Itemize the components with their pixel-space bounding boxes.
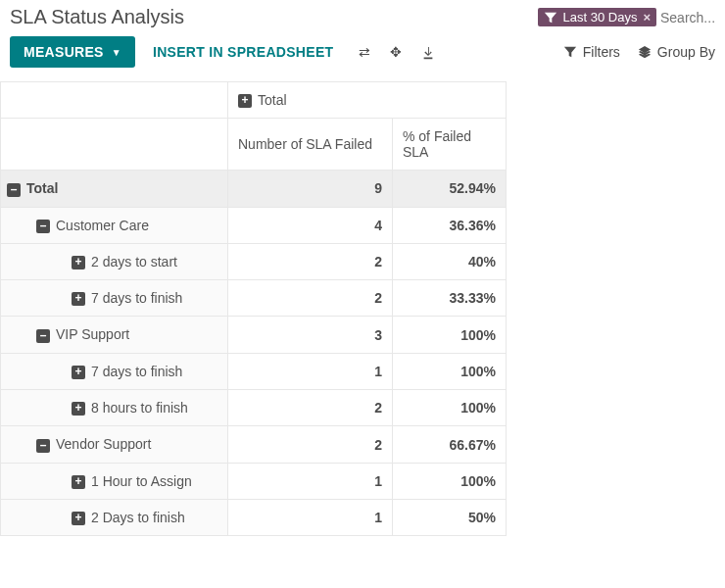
plus-icon[interactable]: + [72, 512, 85, 525]
minus-icon[interactable]: – [36, 329, 50, 343]
pivot-corner-cell [1, 82, 228, 119]
funnel-icon [544, 11, 557, 24]
plus-icon[interactable]: + [72, 475, 85, 489]
pivot-cell: 40% [393, 243, 507, 279]
pivot-row-header[interactable]: +7 days to finish [1, 280, 228, 317]
pivot-cell: 2 [228, 243, 393, 279]
filters-label: Filters [583, 44, 620, 60]
pivot-row-header[interactable]: +8 hours to finish [1, 390, 228, 426]
table-row: +8 hours to finish2100% [1, 390, 507, 426]
table-row: –Customer Care436.36% [1, 207, 507, 243]
search-area: Last 30 Days × [538, 8, 715, 26]
pivot-total-a: 9 [228, 171, 393, 207]
pivot-col-total-header[interactable]: +Total [228, 82, 507, 119]
pivot-row-header[interactable]: +2 days to start [1, 243, 228, 279]
pivot-cell: 4 [228, 207, 393, 243]
page-title: SLA Status Analysis [10, 6, 184, 28]
table-row: +2 Days to finish150% [1, 499, 507, 535]
pivot-row-header[interactable]: –Vendor Support [1, 426, 228, 463]
minus-icon[interactable]: – [36, 439, 50, 453]
pivot-row-header[interactable]: –VIP Support [1, 317, 228, 353]
pivot-cell: 3 [228, 317, 393, 353]
insert-spreadsheet-link[interactable]: INSERT IN SPREADSHEET [153, 44, 333, 60]
pivot-row-header[interactable]: +1 Hour to Assign [1, 463, 228, 499]
table-row: –Vendor Support266.67% [1, 426, 507, 463]
plus-icon[interactable]: + [72, 256, 85, 270]
table-row: –VIP Support3100% [1, 317, 507, 353]
pivot-cell: 2 [228, 426, 393, 463]
table-row: +1 Hour to Assign1100% [1, 463, 507, 499]
caret-down-icon: ▼ [112, 47, 121, 58]
pivot-total-b: 52.94% [393, 171, 507, 207]
pivot-row-label: 1 Hour to Assign [91, 473, 192, 489]
pivot-col-total-label: Total [258, 92, 287, 108]
pivot-row-label: Vendor Support [56, 436, 151, 452]
filter-chip-label: Last 30 Days [563, 10, 638, 24]
flip-axis-icon[interactable]: ⇄ [359, 44, 370, 60]
pivot-row-label: 7 days to finish [91, 364, 182, 379]
pivot-cell: 100% [393, 463, 507, 499]
pivot-cell: 100% [393, 353, 507, 389]
plus-icon[interactable]: + [72, 366, 85, 379]
pivot-cell: 66.67% [393, 426, 507, 463]
pivot-cell: 100% [393, 390, 507, 426]
pivot-col-header-b[interactable]: % of Failed SLA [393, 119, 507, 171]
minus-icon[interactable]: – [7, 183, 21, 197]
pivot-total-row: –Total 9 52.94% [1, 171, 507, 207]
pivot-row-label: VIP Support [56, 326, 129, 342]
pivot-blank-header [1, 119, 228, 171]
expand-icon[interactable]: ✥ [390, 44, 402, 60]
pivot-cell: 100% [393, 317, 507, 353]
pivot-row-label: Customer Care [56, 218, 149, 233]
minus-icon[interactable]: – [36, 220, 50, 233]
measures-button[interactable]: MEASURES ▼ [10, 36, 135, 68]
pivot-total-row-label: Total [26, 180, 58, 196]
pivot-row-header[interactable]: +2 Days to finish [1, 499, 228, 535]
pivot-row-header[interactable]: –Customer Care [1, 207, 228, 243]
pivot-row-label: 8 hours to finish [91, 400, 188, 416]
groupby-button[interactable]: Group By [638, 44, 715, 60]
pivot-row-header[interactable]: +7 days to finish [1, 353, 228, 389]
funnel-icon [563, 45, 577, 59]
pivot-cell: 36.36% [393, 207, 507, 243]
pivot-cell: 2 [228, 280, 393, 317]
pivot-table: +Total Number of SLA Failed % of Failed … [0, 81, 507, 536]
measures-label: MEASURES [24, 44, 104, 60]
download-icon[interactable] [421, 44, 435, 60]
filter-chip-remove[interactable]: × [643, 10, 651, 24]
filter-chip-last30days[interactable]: Last 30 Days × [538, 8, 656, 26]
pivot-row-label: 7 days to finish [91, 290, 182, 306]
pivot-total-row-header[interactable]: –Total [1, 171, 228, 207]
layers-icon [638, 45, 652, 59]
filters-button[interactable]: Filters [563, 44, 620, 60]
pivot-col-header-a[interactable]: Number of SLA Failed [228, 119, 393, 171]
pivot-cell: 1 [228, 353, 393, 389]
pivot-cell: 50% [393, 499, 507, 535]
table-row: +7 days to finish233.33% [1, 280, 507, 317]
table-row: +2 days to start240% [1, 243, 507, 279]
plus-icon[interactable]: + [238, 94, 252, 108]
pivot-cell: 1 [228, 499, 393, 535]
pivot-cell: 2 [228, 390, 393, 426]
plus-icon[interactable]: + [72, 292, 85, 306]
pivot-cell: 33.33% [393, 280, 507, 317]
table-row: +7 days to finish1100% [1, 353, 507, 389]
plus-icon[interactable]: + [72, 402, 85, 416]
groupby-label: Group By [657, 44, 715, 60]
pivot-cell: 1 [228, 463, 393, 499]
pivot-row-label: 2 days to start [91, 254, 177, 270]
search-input[interactable] [660, 10, 715, 25]
pivot-row-label: 2 Days to finish [91, 510, 185, 525]
